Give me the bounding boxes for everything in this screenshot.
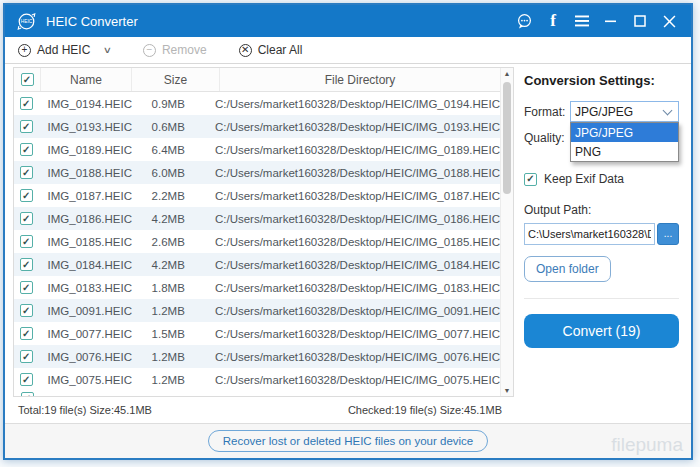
table-row[interactable]: IMG_0185.HEIC2.6MBC:/Users/market160328/… bbox=[14, 230, 500, 253]
table-row[interactable]: IMG_0188.HEIC6.0MBC:/Users/market160328/… bbox=[14, 161, 500, 184]
minimize-button[interactable] bbox=[599, 10, 623, 32]
close-button[interactable] bbox=[657, 10, 681, 32]
table-header: Name Size File Directory bbox=[14, 68, 513, 92]
open-folder-button[interactable]: Open folder bbox=[524, 256, 611, 282]
menu-icon[interactable] bbox=[570, 10, 594, 32]
file-table-area: Name Size File Directory IMG_0194.HEIC0.… bbox=[5, 64, 514, 423]
table-row[interactable]: IMG_0091.HEIC1.2MBC:/Users/market160328/… bbox=[14, 299, 500, 322]
row-checkbox[interactable] bbox=[20, 235, 33, 248]
file-name: IMG_0187.HEIC bbox=[39, 190, 131, 202]
file-size: 4.2MB bbox=[131, 213, 215, 225]
table-row[interactable]: IMG_0184.HEIC4.2MBC:/Users/market160328/… bbox=[14, 253, 500, 276]
format-option-png[interactable]: PNG bbox=[571, 142, 678, 161]
quality-label: Quality: bbox=[524, 131, 570, 145]
file-size: 1.2MB bbox=[131, 305, 215, 317]
app-logo-icon: HEIC bbox=[15, 10, 38, 33]
add-heic-button[interactable]: + Add HEIC ∨ bbox=[18, 43, 111, 57]
file-size: 6.4MB bbox=[131, 144, 215, 156]
row-checkbox[interactable] bbox=[20, 350, 33, 363]
scroll-down-icon[interactable]: ▼ bbox=[501, 387, 513, 394]
status-total: Total:19 file(s) Size:45.1MB bbox=[18, 404, 152, 416]
file-directory: C:/Users/market160328/Desktop/HEIC/IMG_0… bbox=[215, 374, 500, 386]
format-row: Format: JPG/JPEG bbox=[524, 101, 679, 122]
maximize-button[interactable] bbox=[628, 10, 652, 32]
table-row[interactable]: IMG_0077.HEIC1.5MBC:/Users/market160328/… bbox=[14, 322, 500, 345]
file-size: 0.6MB bbox=[131, 121, 215, 133]
main-content: Name Size File Directory IMG_0194.HEIC0.… bbox=[5, 64, 691, 423]
format-select[interactable]: JPG/JPEG bbox=[570, 101, 679, 122]
column-header-size[interactable]: Size bbox=[132, 68, 220, 91]
app-window: HEIC HEIC Converter f bbox=[3, 3, 693, 460]
table-row[interactable]: IMG_0189.HEIC6.4MBC:/Users/market160328/… bbox=[14, 138, 500, 161]
output-path-input[interactable] bbox=[524, 223, 655, 245]
row-checkbox[interactable] bbox=[20, 97, 33, 110]
column-header-name[interactable]: Name bbox=[40, 68, 132, 91]
format-option-jpg[interactable]: JPG/JPEG bbox=[571, 123, 678, 142]
browse-button[interactable]: ... bbox=[657, 223, 679, 245]
file-size: 1.8MB bbox=[131, 282, 215, 294]
clear-all-button[interactable]: ✕ Clear All bbox=[239, 43, 303, 57]
add-icon: + bbox=[18, 44, 31, 57]
file-name: IMG_0186.HEIC bbox=[39, 213, 131, 225]
row-checkbox[interactable] bbox=[20, 327, 33, 340]
file-name: IMG_0091.HEIC bbox=[39, 305, 131, 317]
file-directory: C:/Users/market160328/Desktop/HEIC/IMG_0… bbox=[215, 98, 500, 110]
column-header-directory[interactable]: File Directory bbox=[220, 68, 500, 91]
remove-button: − Remove bbox=[143, 43, 207, 57]
scrollbar-thumb[interactable] bbox=[503, 82, 511, 194]
file-name: IMG_0184.HEIC bbox=[39, 259, 131, 271]
table-body: IMG_0194.HEIC0.9MBC:/Users/market160328/… bbox=[14, 92, 513, 396]
row-checkbox[interactable] bbox=[20, 281, 33, 294]
output-path-row: ... bbox=[524, 223, 679, 245]
file-size: 1.2MB bbox=[131, 351, 215, 363]
keep-exif-row: Keep Exif Data bbox=[524, 172, 679, 186]
svg-text:HEIC: HEIC bbox=[21, 19, 33, 24]
row-checkbox[interactable] bbox=[20, 189, 33, 202]
row-checkbox[interactable] bbox=[20, 304, 33, 317]
table-row[interactable]: IMG_0187.HEIC2.2MBC:/Users/market160328/… bbox=[14, 184, 500, 207]
file-size: 0.9MB bbox=[131, 98, 215, 110]
row-checkbox[interactable] bbox=[20, 373, 33, 386]
file-name: IMG_0183.HEIC bbox=[39, 282, 131, 294]
remove-icon: − bbox=[143, 44, 156, 57]
file-directory: C:/Users/market160328/Desktop/HEIC/IMG_0… bbox=[215, 305, 500, 317]
table-row[interactable]: IMG_0075.HEIC1.2MBC:/Users/market160328/… bbox=[14, 368, 500, 391]
file-name: IMG_0193.HEIC bbox=[39, 121, 131, 133]
row-checkbox[interactable] bbox=[20, 258, 33, 271]
file-table: Name Size File Directory IMG_0194.HEIC0.… bbox=[13, 67, 514, 397]
row-checkbox[interactable] bbox=[20, 212, 33, 225]
feedback-chat-icon[interactable] bbox=[512, 10, 536, 32]
file-size: 2.6MB bbox=[131, 236, 215, 248]
scroll-up-icon[interactable]: ▲ bbox=[501, 70, 513, 77]
file-directory: C:/Users/market160328/Desktop/HEIC/IMG_0… bbox=[215, 213, 500, 225]
table-row[interactable]: IMG_0193.HEIC0.6MBC:/Users/market160328/… bbox=[14, 115, 500, 138]
file-name: IMG_0189.HEIC bbox=[39, 144, 131, 156]
output-path-label: Output Path: bbox=[524, 203, 679, 217]
file-directory: C:/Users/market160328/Desktop/HEIC/IMG_0… bbox=[215, 121, 500, 133]
table-scrollbar[interactable]: ▲ ▼ bbox=[500, 68, 513, 396]
table-row[interactable]: IMG_0186.HEIC4.2MBC:/Users/market160328/… bbox=[14, 207, 500, 230]
row-checkbox[interactable] bbox=[20, 120, 33, 133]
facebook-icon[interactable]: f bbox=[541, 10, 565, 32]
add-dropdown-chevron-icon[interactable]: ∨ bbox=[103, 45, 112, 55]
file-size: 6.0MB bbox=[131, 167, 215, 179]
file-name: IMG_0194.HEIC bbox=[39, 98, 131, 110]
file-directory: C:/Users/market160328/Desktop/HEIC/IMG_0… bbox=[215, 351, 500, 363]
keep-exif-checkbox[interactable] bbox=[524, 173, 537, 186]
table-row[interactable]: IMG_0183.HEIC1.8MBC:/Users/market160328/… bbox=[14, 276, 500, 299]
file-directory: C:/Users/market160328/Desktop/HEIC/IMG_0… bbox=[215, 236, 500, 248]
file-name: IMG_0077.HEIC bbox=[39, 328, 131, 340]
convert-button[interactable]: Convert (19) bbox=[524, 314, 679, 348]
file-name: IMG_0075.HEIC bbox=[39, 374, 131, 386]
select-all-checkbox[interactable] bbox=[21, 73, 34, 86]
file-size: 1.2MB bbox=[131, 374, 215, 386]
row-checkbox[interactable] bbox=[20, 143, 33, 156]
row-checkbox[interactable] bbox=[20, 166, 33, 179]
file-size: 2.2MB bbox=[131, 190, 215, 202]
file-directory: C:/Users/market160328/Desktop/HEIC/IMG_0… bbox=[215, 259, 500, 271]
table-row[interactable]: IMG_0194.HEIC0.9MBC:/Users/market160328/… bbox=[14, 92, 500, 115]
table-row[interactable]: IMG_0076.HEIC1.2MBC:/Users/market160328/… bbox=[14, 345, 500, 368]
format-label: Format: bbox=[524, 105, 570, 119]
recover-files-button[interactable]: Recover lost or deleted HEIC files on yo… bbox=[208, 430, 489, 452]
format-dropdown-list: JPG/JPEG PNG bbox=[570, 122, 679, 162]
